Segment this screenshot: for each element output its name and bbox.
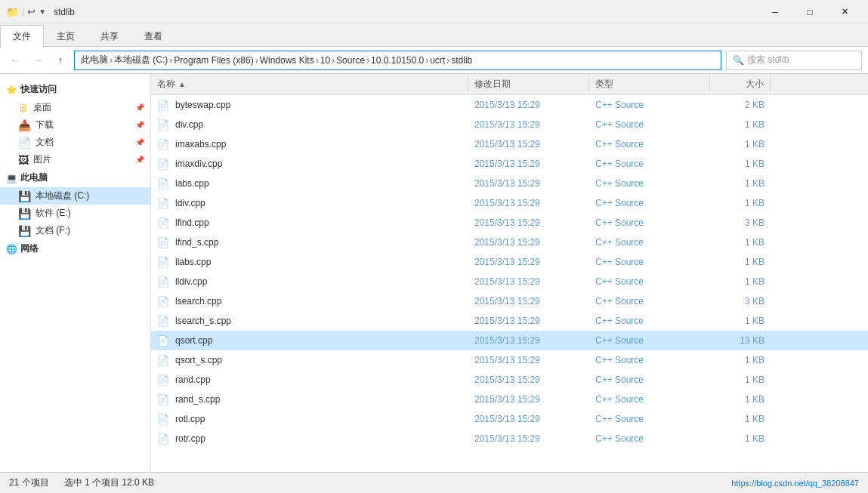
tab-file[interactable]: 文件 — [0, 25, 44, 48]
sidebar-item-drive-f[interactable]: 💾 文档 (F:) — [0, 222, 150, 239]
file-row[interactable]: 📄 lsearch_s.cpp 2015/3/13 15:29 C++ Sour… — [151, 311, 868, 331]
file-name-cell: 📄 byteswap.cpp — [151, 95, 468, 115]
file-type-cell: C++ Source — [589, 291, 710, 311]
file-row[interactable]: 📄 rand.cpp 2015/3/13 15:29 C++ Source 1 … — [151, 370, 868, 390]
file-type-cell: C++ Source — [589, 311, 710, 331]
col-header-size[interactable]: 大小 — [710, 74, 771, 95]
col-header-type[interactable]: 类型 — [589, 74, 710, 95]
file-list-header: 名称 ▲ 修改日期 类型 大小 — [151, 74, 868, 95]
file-icon: 📄 — [157, 237, 169, 248]
col-header-name[interactable]: 名称 ▲ — [151, 74, 468, 95]
file-size-cell: 1 KB — [710, 350, 771, 370]
file-name-cell: 📄 lfind.cpp — [151, 213, 468, 233]
file-name-cell: 📄 lfind_s.cpp — [151, 233, 468, 252]
file-row[interactable]: 📄 qsort.cpp 2015/3/13 15:29 C++ Source 1… — [151, 331, 868, 350]
file-type-cell: C++ Source — [589, 134, 710, 154]
file-size-cell: 1 KB — [710, 115, 771, 134]
path-version: 10.0.10150.0 — [371, 55, 424, 66]
tab-home[interactable]: 主页 — [44, 25, 88, 48]
network-icon: 🌐 — [6, 244, 17, 254]
file-size-cell: 1 KB — [710, 272, 771, 291]
file-row[interactable]: 📄 rotr.cpp 2015/3/13 15:29 C++ Source 1 … — [151, 429, 868, 448]
file-icon: 📄 — [157, 178, 169, 189]
sidebar-item-drive-c[interactable]: 💾 本地磁盘 (C:) — [0, 187, 150, 205]
file-date-cell: 2015/3/13 15:29 — [468, 350, 589, 370]
file-size-cell: 3 KB — [710, 291, 771, 311]
sidebar-section-label: 快速访问 — [20, 83, 57, 96]
path-computer: 此电脑 — [81, 54, 108, 66]
col-header-date[interactable]: 修改日期 — [468, 74, 589, 95]
sidebar-item-downloads[interactable]: 📥 下载 📌 — [0, 116, 150, 134]
file-date-cell: 2015/3/13 15:29 — [468, 429, 589, 448]
file-icon: 📄 — [157, 414, 169, 425]
file-row[interactable]: 📄 rand_s.cpp 2015/3/13 15:29 C++ Source … — [151, 390, 868, 409]
sidebar-item-pictures[interactable]: 🖼 图片 📌 — [0, 151, 150, 168]
sidebar-item-documents[interactable]: 📄 文档 📌 — [0, 134, 150, 151]
file-name-cell: 📄 qsort_s.cpp — [151, 350, 468, 370]
back-button[interactable]: ← — [6, 51, 24, 69]
file-type-cell: C++ Source — [589, 272, 710, 291]
file-size-cell: 1 KB — [710, 429, 771, 448]
file-size-cell: 1 KB — [710, 174, 771, 193]
minimize-button[interactable]: ─ — [758, 0, 792, 24]
file-size-cell: 1 KB — [710, 409, 771, 429]
forward-button[interactable]: → — [29, 51, 47, 69]
file-icon: 📄 — [157, 257, 169, 268]
file-type-cell: C++ Source — [589, 390, 710, 409]
file-name-cell: 📄 div.cpp — [151, 115, 468, 134]
tab-view[interactable]: 查看 — [131, 25, 175, 48]
file-row[interactable]: 📄 ldiv.cpp 2015/3/13 15:29 C++ Source 1 … — [151, 193, 868, 213]
file-type-cell: C++ Source — [589, 331, 710, 350]
sidebar-item-drive-e[interactable]: 💾 软件 (E:) — [0, 205, 150, 222]
file-type-cell: C++ Source — [589, 350, 710, 370]
file-date-cell: 2015/3/13 15:29 — [468, 311, 589, 331]
sidebar-section-quickaccess[interactable]: ⭐ 快速访问 — [0, 80, 150, 99]
tab-share[interactable]: 共享 — [88, 25, 131, 48]
window-title: stdlib — [54, 7, 75, 17]
pin-icon: 📌 — [135, 156, 144, 164]
sidebar-section-label: 网络 — [20, 242, 39, 255]
file-type-cell: C++ Source — [589, 213, 710, 233]
search-box[interactable]: 🔍 搜索 stdlib — [726, 51, 862, 70]
path-programfiles: Program Files (x86) — [174, 55, 253, 66]
sidebar-item-label: 软件 (E:) — [36, 207, 71, 220]
file-row[interactable]: 📄 qsort_s.cpp 2015/3/13 15:29 C++ Source… — [151, 350, 868, 370]
drive-icon: 💾 — [18, 190, 31, 202]
sidebar-section-thispc[interactable]: 💻 此电脑 — [0, 168, 150, 187]
window-controls: ─ □ ✕ — [758, 0, 862, 24]
close-button[interactable]: ✕ — [827, 0, 862, 24]
file-row[interactable]: 📄 byteswap.cpp 2015/3/13 15:29 C++ Sourc… — [151, 95, 868, 115]
file-row[interactable]: 📄 lfind.cpp 2015/3/13 15:29 C++ Source 3… — [151, 213, 868, 233]
sidebar-section-network[interactable]: 🌐 网络 — [0, 239, 150, 258]
file-date-cell: 2015/3/13 15:29 — [468, 193, 589, 213]
document-icon: 📄 — [18, 137, 31, 149]
file-type-cell: C++ Source — [589, 429, 710, 448]
file-icon: 📄 — [157, 139, 169, 150]
sidebar-item-label: 文档 — [36, 136, 54, 149]
up-button[interactable]: ↑ — [51, 51, 70, 69]
file-name-cell: 📄 rotr.cpp — [151, 429, 468, 448]
item-count: 21 个项目 — [9, 476, 49, 489]
file-name-cell: 📄 imaxabs.cpp — [151, 134, 468, 154]
path-10: 10 — [320, 55, 330, 66]
file-row[interactable]: 📄 div.cpp 2015/3/13 15:29 C++ Source 1 K… — [151, 115, 868, 134]
file-row[interactable]: 📄 labs.cpp 2015/3/13 15:29 C++ Source 1 … — [151, 174, 868, 193]
sidebar-section-label: 此电脑 — [20, 171, 48, 184]
file-row[interactable]: 📄 lfind_s.cpp 2015/3/13 15:29 C++ Source… — [151, 233, 868, 252]
file-row[interactable]: 📄 imaxdiv.cpp 2015/3/13 15:29 C++ Source… — [151, 154, 868, 174]
file-row[interactable]: 📄 llabs.cpp 2015/3/13 15:29 C++ Source 1… — [151, 252, 868, 272]
file-icon: 📄 — [157, 217, 169, 229]
file-row[interactable]: 📄 lldiv.cpp 2015/3/13 15:29 C++ Source 1… — [151, 272, 868, 291]
file-row[interactable]: 📄 rotl.cpp 2015/3/13 15:29 C++ Source 1 … — [151, 409, 868, 429]
ribbon-tabs: 文件 主页 共享 查看 — [0, 24, 868, 47]
file-name-cell: 📄 llabs.cpp — [151, 252, 468, 272]
file-row[interactable]: 📄 imaxabs.cpp 2015/3/13 15:29 C++ Source… — [151, 134, 868, 154]
maximize-button[interactable]: □ — [792, 0, 827, 24]
file-row[interactable]: 📄 lsearch.cpp 2015/3/13 15:29 C++ Source… — [151, 291, 868, 311]
address-path[interactable]: 此电脑 › 本地磁盘 (C:) › Program Files (x86) › … — [74, 51, 721, 70]
sidebar-item-desktop[interactable]: 🖥 桌面 📌 — [0, 99, 150, 116]
title-bar: 📁 | ↩ ▼ stdlib ─ □ ✕ — [0, 0, 868, 24]
file-size-cell: 1 KB — [710, 311, 771, 331]
status-url: https://blog.csdn.net/qq_38208847 — [731, 479, 859, 488]
file-date-cell: 2015/3/13 15:29 — [468, 154, 589, 174]
